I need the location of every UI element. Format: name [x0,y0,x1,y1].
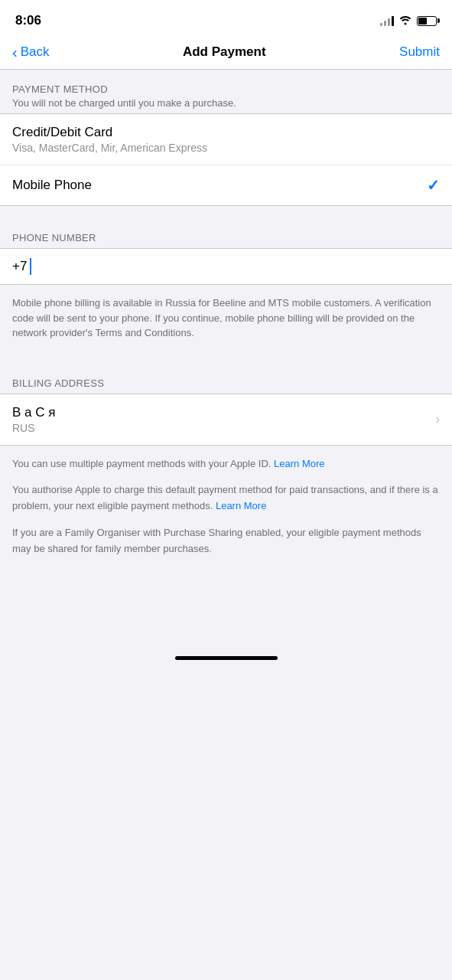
billing-address-title: BILLING ADDRESS [12,377,440,389]
phone-cursor [30,258,31,275]
footer-note-3-text: If you are a Family Organiser with Purch… [12,527,421,554]
footer-note-1: You can use multiple payment methods wit… [12,456,440,472]
phone-number-title: PHONE NUMBER [12,232,440,243]
credit-card-title: Credit/Debit Card [12,125,440,140]
page-title: Add Payment [183,44,266,60]
payment-method-options: Credit/Debit Card Visa, MasterCard, Mir,… [0,113,452,206]
signal-icon [380,15,394,26]
status-icons [380,15,437,28]
phone-info-box: Mobile phone billing is available in Rus… [0,285,452,351]
home-bar [175,656,278,660]
address-line2: RUS [12,422,435,434]
back-chevron-icon: ‹ [12,44,18,60]
credit-card-subtitle: Visa, MasterCard, Mir, American Express [12,142,440,154]
home-indicator [0,644,452,669]
footer-note-3: If you are a Family Organiser with Purch… [12,525,440,557]
billing-address-header: BILLING ADDRESS [0,364,452,394]
mobile-phone-option[interactable]: Mobile Phone ✓ [0,165,452,205]
payment-method-header: PAYMENT METHOD You will not be charged u… [0,70,452,113]
payment-method-title: PAYMENT METHOD [12,83,440,95]
status-bar: 8:06 [0,0,452,37]
payment-method-subtitle: You will not be charged until you make a… [12,97,440,109]
submit-button[interactable]: Submit [399,44,440,60]
bottom-spacer [0,567,452,644]
selected-checkmark-icon: ✓ [427,176,440,194]
address-chevron-icon: › [435,411,440,427]
phone-input-row[interactable]: +7 [0,248,452,285]
back-label: Back [21,44,50,60]
back-button[interactable]: ‹ Back [12,44,49,60]
wifi-icon [398,15,412,28]
learn-more-link-2[interactable]: Learn More [216,500,266,511]
footer-notes: You can use multiple payment methods wit… [0,446,452,568]
mobile-phone-title: Mobile Phone [12,178,427,193]
battery-icon [417,16,437,26]
learn-more-link-1[interactable]: Learn More [274,458,324,469]
phone-number-header: PHONE NUMBER [0,218,452,248]
address-line1: В а С‎ я [12,405,435,420]
spacer-1 [0,206,452,218]
phone-prefix: +7 [12,259,27,274]
nav-bar: ‹ Back Add Payment Submit [0,37,452,70]
spacer-2 [0,351,452,364]
credit-card-option[interactable]: Credit/Debit Card Visa, MasterCard, Mir,… [0,114,452,165]
footer-note-2: You authorise Apple to charge this defau… [12,482,440,514]
address-row[interactable]: В а С‎ я RUS › [0,394,452,446]
status-time: 8:06 [15,13,41,28]
footer-note-1-text: You can use multiple payment methods wit… [12,458,274,469]
phone-info-text: Mobile phone billing is available in Rus… [12,296,440,341]
